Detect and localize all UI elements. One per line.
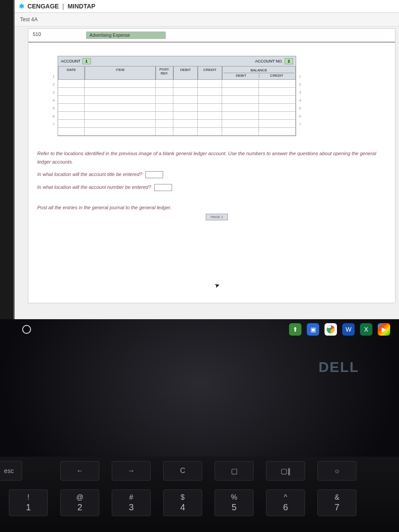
key-refresh[interactable]: C bbox=[163, 461, 202, 481]
col-post-ref: POST. REF. bbox=[156, 66, 173, 80]
camera-icon[interactable]: ▣ bbox=[307, 323, 319, 336]
cursor-icon: ➤ bbox=[214, 281, 221, 289]
account-header-row: 510 Advertising Expense bbox=[28, 29, 395, 43]
key-4[interactable]: $4 bbox=[163, 489, 202, 516]
ledger-card: ACCOUNT 1 ACCOUNT NO. 2 DATE ITEM POST. … bbox=[58, 56, 296, 136]
screen-area: ✻ CENGAGE | MINDTAP Test 4A 510 Advertis… bbox=[13, 0, 399, 319]
post-instruction: Post all the entries in the general jour… bbox=[28, 200, 395, 223]
chrome-icon[interactable] bbox=[325, 323, 337, 336]
key-3[interactable]: #3 bbox=[112, 489, 151, 516]
answer-input-2[interactable] bbox=[154, 184, 172, 191]
question-2: In what location will the account number… bbox=[37, 184, 151, 190]
location-box-2: 2 bbox=[285, 58, 293, 64]
col-debit: DEBIT bbox=[173, 66, 198, 80]
answer-input-1[interactable] bbox=[145, 171, 163, 178]
account-no-label: ACCOUNT NO. bbox=[255, 59, 283, 63]
laptop-bezel: ⬆ ▣ W X ▶ DELL esc ← → C ▢ ▢‖ ☼ !1 @2 #3… bbox=[0, 319, 399, 532]
col-credit: CREDIT bbox=[198, 66, 222, 80]
key-back[interactable]: ← bbox=[60, 461, 99, 481]
row-numbers-right: 1 2 3 4 5 6 7 bbox=[297, 56, 303, 136]
key-bright[interactable]: ☼ bbox=[317, 461, 356, 481]
key-6[interactable]: ^6 bbox=[266, 489, 305, 516]
ledger-wrapper: 1 2 3 4 5 6 7 ACCOUNT 1 ACCOU bbox=[28, 43, 395, 141]
excel-icon[interactable]: X bbox=[360, 323, 372, 336]
key-1[interactable]: !1 bbox=[9, 489, 48, 516]
search-icon[interactable] bbox=[22, 325, 31, 334]
key-5[interactable]: %5 bbox=[215, 489, 254, 516]
col-balance: BALANCE DEBIT CREDIT bbox=[222, 66, 296, 80]
ledger-top-row: ACCOUNT 1 ACCOUNT NO. 2 bbox=[58, 56, 296, 66]
ledger-rows[interactable] bbox=[58, 80, 296, 136]
brand-name-1: CENGAGE bbox=[27, 3, 59, 10]
instructions-block: Refer to the locations identified in the… bbox=[28, 141, 395, 200]
col-balance-credit: CREDIT bbox=[259, 73, 295, 78]
key-2[interactable]: @2 bbox=[60, 489, 99, 516]
col-item: ITEM bbox=[85, 66, 156, 80]
account-label: ACCOUNT bbox=[61, 59, 81, 63]
key-fullscreen[interactable]: ▢ bbox=[215, 461, 254, 481]
word-icon[interactable]: W bbox=[342, 323, 355, 336]
taskbar: ⬆ ▣ W X ▶ bbox=[22, 322, 390, 337]
play-icon[interactable]: ▶ bbox=[378, 323, 390, 336]
instruction-text: Refer to the locations identified in the… bbox=[37, 149, 382, 166]
keyboard: esc ← → C ▢ ▢‖ ☼ !1 @2 #3 $4 %5 ^6 &7 bbox=[0, 457, 399, 532]
key-overview[interactable]: ▢‖ bbox=[266, 461, 305, 481]
col-balance-debit: DEBIT bbox=[223, 73, 259, 78]
brand-separator: | bbox=[63, 3, 64, 10]
account-name-chip: Advertising Expense bbox=[86, 31, 166, 39]
content-panel: 510 Advertising Expense 1 2 3 4 5 6 7 bbox=[28, 28, 395, 303]
question-1: In what location will the account title … bbox=[37, 172, 142, 177]
ledger-column-headers: DATE ITEM POST. REF. DEBIT CREDIT BALANC… bbox=[58, 66, 296, 80]
key-forward[interactable]: → bbox=[112, 461, 151, 481]
row-numbers-left: 1 2 3 4 5 6 7 bbox=[51, 56, 57, 136]
test-label-bar: Test 4A bbox=[15, 13, 399, 27]
brand-logo-icon: ✻ bbox=[19, 3, 24, 10]
key-esc[interactable]: esc bbox=[0, 461, 22, 481]
brand-name-2: MINDTAP bbox=[67, 3, 95, 10]
account-code: 510 bbox=[33, 31, 86, 39]
location-box-1: 1 bbox=[82, 58, 91, 64]
dell-logo: DELL bbox=[318, 359, 359, 376]
page-chip: PAGE 1 bbox=[206, 214, 228, 220]
col-date: DATE bbox=[58, 66, 85, 80]
key-7[interactable]: &7 bbox=[317, 489, 356, 516]
test-label: Test 4A bbox=[20, 16, 38, 23]
upload-icon[interactable]: ⬆ bbox=[289, 323, 301, 336]
brand-bar: ✻ CENGAGE | MINDTAP bbox=[15, 0, 399, 13]
